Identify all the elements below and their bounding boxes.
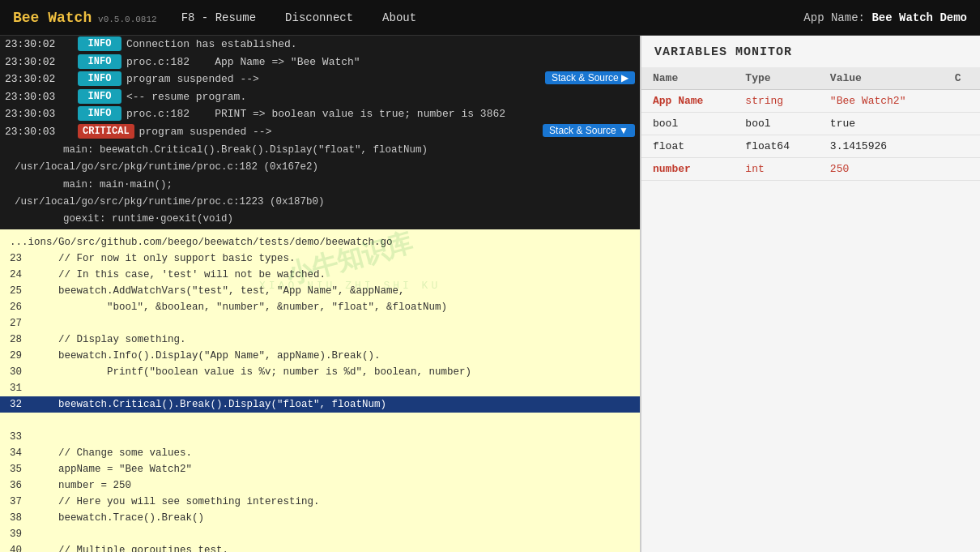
col-value: Value [819,67,944,90]
table-row: float float64 3.1415926 [641,135,980,158]
var-type: float64 [734,135,818,158]
log-entry: 23:30:03 INFO proc.c:182 PRINT => boolea… [0,105,640,123]
main-content: 23:30:02 INFO Connection has established… [0,36,980,552]
var-name: bool [641,113,734,135]
col-type: Type [734,67,818,90]
about-button[interactable]: About [377,10,421,26]
stack-source-button[interactable]: Stack & Source ▶ [545,71,635,84]
var-name: number [641,158,734,181]
disconnect-button[interactable]: Disconnect [280,10,358,26]
var-value: 3.1415926 [819,135,944,158]
var-value: 250 [819,158,944,181]
var-value: "Bee Watch2" [819,90,944,113]
var-name: float [641,135,734,158]
var-type: string [734,90,818,113]
stack-source-open-button[interactable]: Stack & Source ▼ [543,124,635,137]
var-value: true [819,113,944,135]
log-entry-critical: 23:30:03 CRITICAL program suspended --> … [0,123,640,141]
col-name: Name [641,67,734,90]
log-entry: 23:30:03 INFO <-- resume program. [0,88,640,106]
variables-table: Name Type Value C App Name string "Bee W… [641,67,980,181]
var-c [944,135,980,158]
var-c [944,113,980,135]
var-type: int [734,158,818,181]
var-c [944,158,980,181]
log-panel: 23:30:02 INFO Connection has established… [0,36,640,552]
table-row: number int 250 [641,158,980,181]
panel-title: VARIABLES MONITOR [641,45,980,67]
log-entry: 23:30:02 INFO Connection has established… [0,36,640,53]
table-row: bool bool true [641,113,980,135]
app-title: Bee Watch v0.5.0.0812 [13,10,157,26]
var-type: bool [734,113,818,135]
table-row: App Name string "Bee Watch2" [641,90,980,113]
var-name: App Name [641,90,734,113]
stack-trace: main: beewatch.Critical().Break().Displa… [0,140,640,229]
col-c: C [944,67,980,90]
var-c [944,90,980,113]
header: Bee Watch v0.5.0.0812 F8 - Resume Discon… [0,0,980,36]
log-entry: 23:30:02 INFO proc.c:182 App Name => "Be… [0,53,640,71]
app-name-label: App Name: Bee Watch Demo [803,11,967,24]
variables-panel: VARIABLES MONITOR Name Type Value C App … [640,36,980,552]
log-entry: 23:30:02 INFO program suspended --> Stac… [0,71,640,88]
code-block: ...ions/Go/src/github.com/beego/beewatch… [0,229,640,552]
f8-resume-button[interactable]: F8 - Resume [177,10,261,26]
table-header: Name Type Value C [641,67,980,90]
